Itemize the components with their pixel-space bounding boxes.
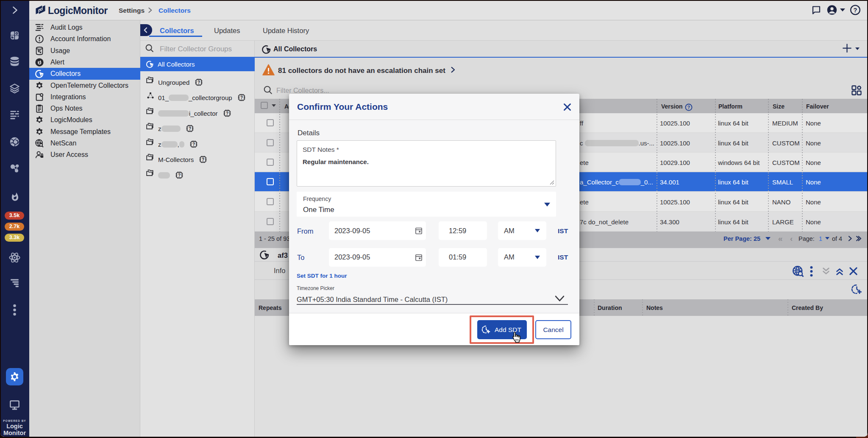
svg-text:?: ? (188, 126, 191, 131)
svg-text:?: ? (687, 105, 690, 110)
svg-text:?: ? (225, 111, 228, 116)
svg-text:?: ? (192, 142, 195, 147)
svg-text:?: ? (202, 157, 204, 162)
svg-text:?: ? (178, 173, 181, 178)
svg-text:?: ? (240, 95, 243, 100)
svg-text:?: ? (198, 80, 200, 85)
svg-text:?: ? (854, 7, 857, 14)
